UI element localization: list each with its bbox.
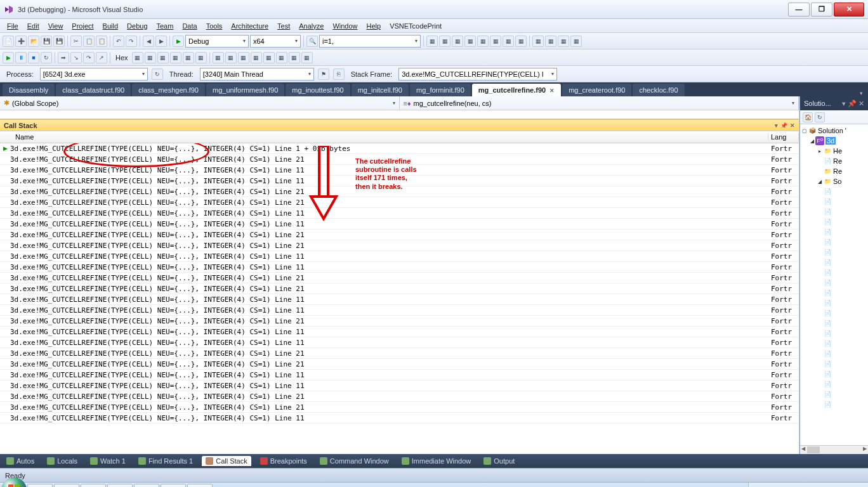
tree-project[interactable]: ◢Fᴼ3d [801,136,867,146]
process-combo[interactable]: [6524] 3d.exe [40,68,148,81]
tab-mg-cutcellrefine[interactable]: mg_cutcellrefine.f90✕ [472,84,561,96]
callstack-row[interactable]: 3d.exe!MG_CUTCELLREFINE(TYPE(CELL) NEU={… [0,230,799,240]
tree-item[interactable]: 📄 [801,308,867,318]
dropdown-icon[interactable]: ▾ [775,122,778,129]
callstack-row[interactable]: 3d.exe!MG_CUTCELLREFINE(TYPE(CELL) NEU={… [0,391,799,402]
tree-item[interactable]: 📄 [801,278,867,288]
refresh-icon[interactable]: ↻ [815,112,825,122]
find-combo[interactable]: i=1, [319,35,421,48]
tree-item[interactable]: 📄 [801,349,867,359]
tree-item[interactable]: 📄 [801,247,867,257]
continue-icon[interactable]: ▶ [3,52,14,63]
platform-combo[interactable]: x64 [250,35,301,48]
tree-item[interactable]: 📄 [801,268,867,278]
nav-fwd-icon[interactable]: ▶ [155,36,167,47]
close-tab-icon[interactable]: ✕ [549,88,555,94]
tab-mg-inouttest[interactable]: mg_inouttest.f90 [286,84,350,96]
callstack-row[interactable]: 3d.exe!MG_CUTCELLREFINE(TYPE(CELL) NEU={… [0,305,799,316]
tool-icon[interactable]: ▦ [426,36,438,47]
step-out-icon[interactable]: ↗ [96,52,107,63]
tree-item[interactable]: 📄 [801,217,867,227]
callstack-header[interactable]: Call Stack ▾📌✕ [0,119,799,131]
callstack-row[interactable]: 3d.exe!MG_CUTCELLREFINE(TYPE(CELL) NEU={… [0,240,799,251]
callstack-row[interactable]: 3d.exe!MG_CUTCELLREFINE(TYPE(CELL) NEU={… [0,359,799,370]
tree-hscroll[interactable]: ◀▶ [800,445,868,454]
tree-item[interactable]: 📄 [801,369,867,379]
menu-test[interactable]: Test [273,20,294,32]
task-ie[interactable]: 🌐 [54,484,79,488]
callstack-row[interactable]: 3d.exe!MG_CUTCELLREFINE(TYPE(CELL) NEU={… [0,176,799,186]
scope-combo-right[interactable]: ≡♦ mg_cutcellrefine(neu, cs) [400,96,799,110]
toggle-icon[interactable]: ▦ [170,52,181,63]
tree-item[interactable]: 📄 [801,237,867,247]
tree-solution[interactable]: ▢📦Solution ' [801,126,867,136]
find-icon[interactable]: 🔍 [306,36,318,47]
solution-tree[interactable]: ▢📦Solution ' ◢Fᴼ3d ▸📁He 📄Re 📁Re ◢📁So 📄 📄… [800,124,868,445]
show-next-icon[interactable]: ➡ [58,52,69,63]
config-combo[interactable]: Debug [185,35,249,48]
callstack-row[interactable]: 3d.exe!MG_CUTCELLREFINE(TYPE(CELL) NEU={… [0,316,799,327]
toggle-icon[interactable]: ▦ [225,52,237,63]
tree-item[interactable]: 📄Re [801,156,867,166]
tool-icon[interactable]: ▦ [558,36,569,47]
tool-icon[interactable]: ▦ [570,36,582,47]
callstack-row[interactable]: 3d.exe!MG_CUTCELLREFINE(TYPE(CELL) NEU={… [0,294,799,305]
pin-icon[interactable]: 📌 [780,122,787,129]
menu-architecture[interactable]: Architecture [227,20,273,32]
redo-icon[interactable]: ↷ [126,36,137,47]
home-icon[interactable]: 🏠 [803,112,813,122]
callstack-row[interactable]: 3d.exe!MG_CUTCELLREFINE(TYPE(CELL) NEU={… [0,154,799,165]
undo-icon[interactable]: ↶ [113,36,124,47]
menu-data[interactable]: Data [178,20,201,32]
menu-edit[interactable]: Edit [23,20,44,32]
toggle-icon[interactable]: ▦ [289,52,300,63]
toggle-icon[interactable]: ▦ [183,52,194,63]
tab-overflow-icon[interactable]: ▾ [857,90,865,96]
menu-team[interactable]: Team [152,20,178,32]
callstack-row[interactable]: 3d.exe!MG_CUTCELLREFINE(TYPE(CELL) NEU={… [0,413,799,424]
tree-item[interactable]: 📄 [801,257,867,268]
task-app[interactable]: ▭ [187,484,213,488]
menu-analyze[interactable]: Analyze [294,20,328,32]
tab-locals[interactable]: Locals [43,456,81,466]
open-icon[interactable]: 📂 [28,36,39,47]
tree-item[interactable]: 📄 [801,298,867,308]
tab-mg-initcell[interactable]: mg_initcell.f90 [352,84,409,96]
task-chrome[interactable]: ◉ [134,484,159,488]
close-panel-icon[interactable]: ✕ [790,122,795,129]
callstack-row[interactable]: 3d.exe!MG_CUTCELLREFINE(TYPE(CELL) NEU={… [0,197,799,208]
tool-icon[interactable]: ▦ [532,36,544,47]
toggle-icon[interactable]: ▦ [145,52,156,63]
callstack-row[interactable]: 3d.exe!MG_CUTCELLREFINE(TYPE(CELL) NEU={… [0,348,799,359]
callstack-row[interactable]: 3d.exe!MG_CUTCELLREFINE(TYPE(CELL) NEU={… [0,402,799,413]
tab-command-window[interactable]: Command Window [316,456,393,466]
menu-view[interactable]: View [44,20,68,32]
tree-item[interactable]: 📄 [801,227,867,237]
callstack-row[interactable]: 3d.exe!MG_CUTCELLREFINE(TYPE(CELL) NEU={… [0,327,799,337]
toggle-icon[interactable]: ▦ [238,52,249,63]
cut-icon[interactable]: ✂ [70,36,82,47]
tool-icon[interactable]: ▦ [490,36,501,47]
menu-window[interactable]: Window [328,20,362,32]
column-name[interactable]: Name [0,133,768,141]
callstack-row[interactable]: 3d.exe!MG_CUTCELLREFINE(TYPE(CELL) NEU={… [0,380,799,391]
menu-debug[interactable]: Debug [122,20,152,32]
tree-item[interactable]: 📄 [801,339,867,349]
tab-mg-forminit[interactable]: mg_forminit.f90 [410,84,471,96]
maximize-button[interactable]: ❐ [811,3,832,16]
task-yandex[interactable]: Y [107,484,133,488]
toggle-icon[interactable]: ▦ [276,52,287,63]
refresh-icon[interactable]: ↻ [152,68,163,80]
scope-combo-left[interactable]: ✱ (Global Scope) [0,96,400,110]
start-debug-icon[interactable]: ▶ [173,36,184,47]
tab-breakpoints[interactable]: Breakpoints [256,456,311,466]
tab-mg-createroot[interactable]: mg_createroot.f90 [562,84,631,96]
tree-item[interactable]: 📄 [801,399,867,410]
callstack-body[interactable]: ▶ 3d.exe!MG_CUTCELLREFINE(TYPE(CELL) NEU… [0,143,799,454]
callstack-row[interactable]: 3d.exe!MG_CUTCELLREFINE(TYPE(CELL) NEU={… [0,251,799,262]
copy-icon[interactable]: 📋 [83,36,95,47]
tab-immediate-window[interactable]: Immediate Window [398,456,475,466]
toggle-icon[interactable]: ▦ [132,52,143,63]
save-icon[interactable]: 💾 [41,36,52,47]
pause-icon[interactable]: ⏸ [15,52,27,63]
